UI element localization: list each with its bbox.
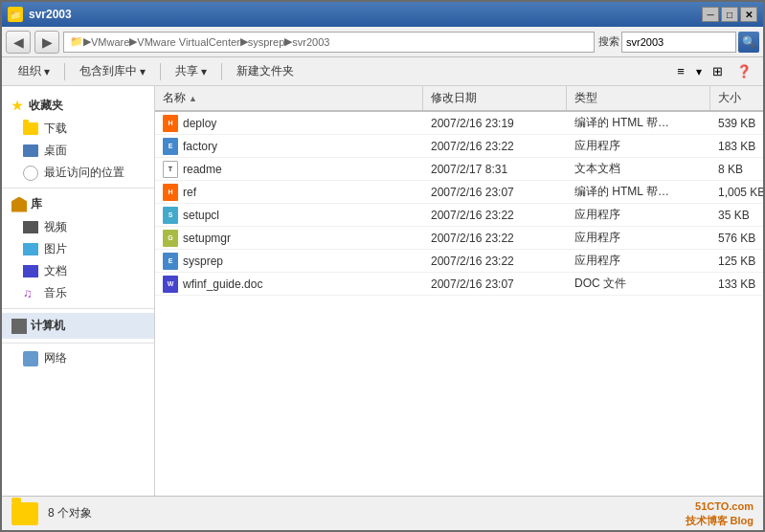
- close-button[interactable]: ✕: [740, 7, 757, 22]
- sidebar-item-documents[interactable]: 文档: [2, 260, 154, 282]
- minimize-button[interactable]: ─: [702, 7, 719, 22]
- desktop-icon: [23, 144, 38, 157]
- file-cell-type: 编译的 HTML 帮…: [567, 115, 710, 131]
- organize-arrow-icon: ▾: [44, 65, 50, 78]
- music-label: 音乐: [44, 285, 67, 301]
- filelist-header: 名称 ▲ 修改日期 类型 大小: [155, 86, 763, 112]
- view-list-button[interactable]: ≡: [669, 61, 692, 82]
- new-folder-label: 新建文件夹: [236, 63, 294, 79]
- file-cell-size: 183 KB: [710, 140, 763, 153]
- favorites-section: ★ 收藏夹 下载 桌面 最近访问的位置: [2, 94, 154, 184]
- new-folder-button[interactable]: 新建文件夹: [228, 60, 303, 83]
- maximize-button[interactable]: □: [721, 7, 738, 22]
- sidebar-item-desktop[interactable]: 桌面: [2, 140, 154, 162]
- toolbar-separator-1: [64, 63, 65, 80]
- recent-icon: [23, 166, 38, 181]
- share-button[interactable]: 共享 ▾: [167, 60, 215, 83]
- col-header-name[interactable]: 名称 ▲: [155, 86, 423, 110]
- view-details-button[interactable]: ⊞: [706, 61, 729, 82]
- window-icon: 📁: [8, 7, 23, 22]
- toolbar: 组织 ▾ 包含到库中 ▾ 共享 ▾ 新建文件夹 ≡ ▾ ⊞ ❓: [2, 57, 763, 86]
- path-sep4: ▶: [284, 35, 292, 48]
- file-cell-type: 文本文档: [567, 161, 710, 177]
- computer-label: 计算机: [31, 318, 65, 334]
- table-row[interactable]: S setupcl 2007/2/16 23:22 应用程序 35 KB: [155, 204, 763, 227]
- file-type-icon: E: [163, 138, 178, 155]
- col-header-type[interactable]: 类型: [567, 86, 710, 110]
- titlebar: 📁 svr2003 ─ □ ✕: [2, 2, 763, 27]
- search-button[interactable]: 🔍: [738, 32, 759, 53]
- network-icon: [23, 351, 38, 366]
- library-icon: [11, 197, 27, 212]
- favorites-header[interactable]: ★ 收藏夹: [2, 94, 154, 118]
- file-name: setupmgr: [183, 232, 231, 245]
- sidebar-item-video[interactable]: 视频: [2, 216, 154, 238]
- addressbar: ◀ ▶ 📁 ▶ VMware ▶ VMware VirtualCenter ▶ …: [2, 27, 763, 57]
- pictures-icon: [23, 243, 38, 255]
- main: ★ 收藏夹 下载 桌面 最近访问的位置: [2, 86, 763, 496]
- table-row[interactable]: G setupmgr 2007/2/16 23:22 应用程序 576 KB: [155, 227, 763, 250]
- table-row[interactable]: H deploy 2007/2/16 23:19 编译的 HTML 帮… 539…: [155, 112, 763, 135]
- table-row[interactable]: T readme 2007/2/17 8:31 文本文档 8 KB: [155, 158, 763, 181]
- include-library-button[interactable]: 包含到库中 ▾: [71, 60, 154, 83]
- file-type-icon: H: [163, 115, 178, 132]
- titlebar-left: 📁 svr2003: [8, 7, 72, 22]
- folder-icon: [23, 122, 38, 135]
- sidebar-item-music[interactable]: ♫ 音乐: [2, 282, 154, 304]
- path-icon: 📁: [70, 35, 83, 48]
- col-header-size[interactable]: 大小: [710, 86, 763, 110]
- sidebar-divider-1: [2, 188, 154, 188]
- table-row[interactable]: H ref 2007/2/16 23:07 编译的 HTML 帮… 1,005 …: [155, 181, 763, 204]
- file-cell-name: G setupmgr: [155, 230, 423, 247]
- file-cell-type: 应用程序: [567, 207, 710, 223]
- share-arrow-icon: ▾: [201, 65, 207, 78]
- organize-button[interactable]: 组织 ▾: [10, 60, 58, 83]
- table-row[interactable]: E sysprep 2007/2/16 23:22 应用程序 125 KB: [155, 250, 763, 273]
- col-header-date[interactable]: 修改日期: [423, 86, 567, 110]
- table-row[interactable]: W wfinf_guide.doc 2007/2/16 23:07 DOC 文件…: [155, 273, 763, 296]
- sidebar-divider-3: [2, 343, 154, 344]
- file-cell-name: E sysprep: [155, 253, 423, 270]
- file-cell-size: 576 KB: [710, 232, 763, 245]
- view-large-button[interactable]: ❓: [732, 61, 755, 82]
- pictures-label: 图片: [44, 241, 67, 257]
- file-cell-type: 编译的 HTML 帮…: [567, 184, 710, 200]
- address-path[interactable]: 📁 ▶ VMware ▶ VMware VirtualCenter ▶ sysp…: [63, 32, 595, 53]
- star-icon: ★: [11, 99, 23, 113]
- library-header[interactable]: 库: [2, 192, 154, 216]
- network-label: 网络: [44, 350, 67, 366]
- table-row[interactable]: E factory 2007/2/16 23:22 应用程序 183 KB: [155, 135, 763, 158]
- file-type-icon: W: [163, 276, 178, 293]
- file-type-icon: T: [163, 161, 178, 178]
- file-cell-name: S setupcl: [155, 207, 423, 224]
- search-input[interactable]: [621, 32, 736, 53]
- sidebar-item-recent[interactable]: 最近访问的位置: [2, 162, 154, 184]
- file-type-icon: S: [163, 207, 178, 224]
- computer-icon: [11, 319, 27, 334]
- computer-header[interactable]: 计算机: [2, 313, 154, 339]
- file-rows-container: H deploy 2007/2/16 23:19 编译的 HTML 帮… 539…: [155, 112, 763, 296]
- sidebar-item-download[interactable]: 下载: [2, 118, 154, 140]
- path-sep1: ▶: [83, 35, 91, 48]
- video-icon: [23, 221, 38, 233]
- back-button[interactable]: ◀: [6, 31, 31, 54]
- col-size-label: 大小: [718, 90, 741, 106]
- organize-label: 组织: [18, 63, 41, 79]
- computer-section: 计算机: [2, 313, 154, 339]
- path-part-3: sysprep: [248, 36, 285, 48]
- file-cell-date: 2007/2/16 23:22: [423, 255, 567, 268]
- sidebar-item-pictures[interactable]: 图片: [2, 238, 154, 260]
- forward-button[interactable]: ▶: [34, 31, 59, 54]
- sidebar-item-network[interactable]: 网络: [2, 347, 154, 369]
- filelist: 名称 ▲ 修改日期 类型 大小 H deploy 2007/2/16 23:1: [155, 86, 763, 496]
- watermark-line2: 技术博客 Blog: [686, 514, 754, 527]
- toolbar-right: ≡ ▾ ⊞ ❓: [669, 61, 755, 82]
- path-sep2: ▶: [129, 35, 137, 48]
- download-label: 下载: [44, 121, 67, 137]
- file-type-icon: G: [163, 230, 178, 247]
- toolbar-separator-3: [221, 63, 222, 80]
- window-title: svr2003: [29, 8, 72, 21]
- video-label: 视频: [44, 219, 67, 235]
- documents-label: 文档: [44, 263, 67, 279]
- file-name: deploy: [183, 117, 216, 130]
